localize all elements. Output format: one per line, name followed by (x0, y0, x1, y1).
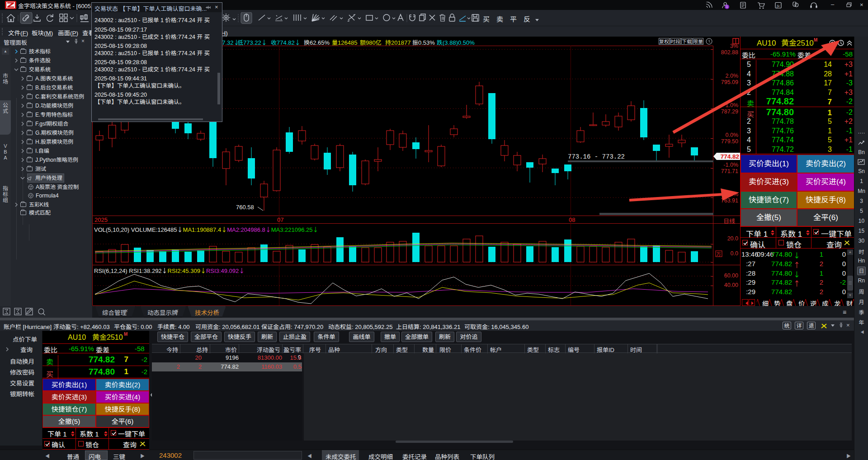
svg-text:08: 08 (569, 216, 575, 223)
svg-text:2025: 2025 (94, 216, 108, 223)
svg-text:07: 07 (277, 216, 283, 223)
svg-text:773.16 - 773.22: 773.16 - 773.22 (568, 153, 625, 160)
svg-text:万: 万 (717, 250, 721, 257)
svg-text:760.58: 760.58 (236, 204, 254, 211)
svg-text:fx: fx (777, 4, 780, 8)
